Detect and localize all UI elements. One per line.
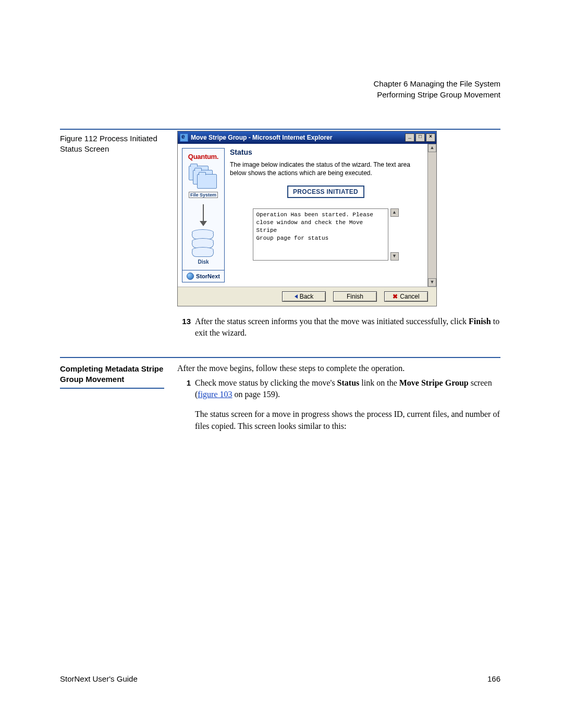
disk-icon: [192, 229, 215, 257]
section-intro: After the move begins, follow these step…: [177, 362, 500, 374]
figure-103-link[interactable]: figure 103: [198, 390, 232, 399]
scroll-up-icon[interactable]: ▲: [390, 208, 399, 217]
process-initiated-badge: PROCESS INITIATED: [287, 186, 364, 198]
step-number: 13: [177, 316, 195, 327]
step-number: 1: [177, 377, 195, 388]
step-13: 13 After the status screen informs you t…: [177, 316, 500, 339]
scroll-down-icon[interactable]: ▼: [390, 252, 399, 261]
divider: [60, 129, 500, 130]
close-button[interactable]: ×: [426, 133, 435, 142]
scroll-up-icon[interactable]: ▲: [428, 144, 436, 152]
disk-label: Disk: [185, 259, 222, 265]
scroll-down-icon[interactable]: ▼: [428, 278, 436, 287]
wizard-sidebar: Quantum. File System: [182, 148, 225, 282]
maximize-button[interactable]: □: [415, 133, 425, 142]
ie-icon: [180, 133, 188, 142]
filesystem-icon: [189, 166, 218, 191]
page-header: Chapter 6 Managing the File System Perfo…: [60, 78, 500, 100]
section-line: Performing Stripe Group Movement: [60, 89, 500, 100]
textarea-scrollbar[interactable]: ▲ ▼: [390, 208, 399, 261]
globe-icon: [187, 273, 194, 280]
window-titlebar: Move Stripe Group - Microsoft Internet E…: [178, 131, 436, 144]
step-1: 1 Check move status by clicking the move…: [177, 377, 500, 435]
quantum-logo: Quantum.: [185, 153, 222, 161]
arrow-down-icon: [203, 204, 204, 225]
screenshot-window: Move Stripe Group - Microsoft Internet E…: [177, 131, 437, 306]
figure-caption: Figure 112 Process Initiated Status Scre…: [60, 133, 177, 155]
page-number: 166: [487, 674, 500, 683]
back-arrow-icon: [295, 294, 298, 299]
status-message-box: Operation Has been started. Please close…: [253, 208, 388, 261]
page-footer: StorNext User's Guide 166: [60, 674, 500, 683]
chapter-line: Chapter 6 Managing the File System: [60, 78, 500, 89]
window-title: Move Stripe Group - Microsoft Internet E…: [191, 134, 332, 141]
section-heading: Completing Metadata Stripe Group Movemen…: [60, 364, 177, 385]
wizard-content: Status The image below indicates the sta…: [225, 148, 423, 282]
back-button[interactable]: Back: [282, 291, 326, 302]
footer-left: StorNext User's Guide: [60, 674, 138, 683]
wizard-button-row: Back Finish ✖ Cancel: [178, 287, 436, 306]
filesystem-label: File System: [189, 192, 218, 198]
cancel-button[interactable]: ✖ Cancel: [384, 291, 428, 302]
finish-button[interactable]: Finish: [333, 291, 377, 302]
stornext-brand: StorNext: [182, 270, 224, 282]
step-1-para-2: The status screen for a move in progress…: [195, 408, 500, 432]
divider: [60, 388, 164, 389]
status-heading: Status: [230, 148, 421, 156]
status-description: The image below indicates the status of …: [230, 161, 421, 177]
divider: [60, 357, 500, 358]
cancel-x-icon: ✖: [393, 293, 398, 300]
minimize-button[interactable]: _: [405, 133, 414, 142]
page-scrollbar[interactable]: ▲ ▼: [427, 144, 436, 287]
